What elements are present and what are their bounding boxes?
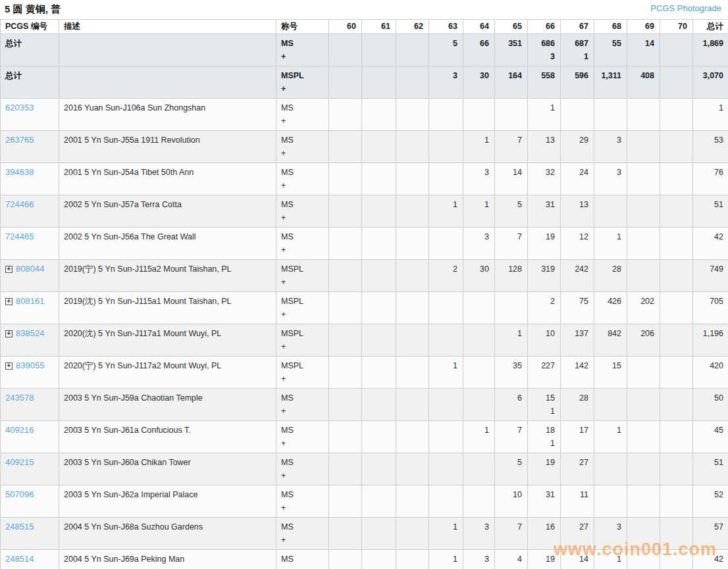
grade-cell (329, 324, 362, 357)
description-cell: 2020(宁) 5 Yn Sun-J117a2 Mount Wuyi, PL (59, 357, 276, 389)
pcgs-number-link[interactable]: 808044 (16, 264, 44, 274)
grade-cell (362, 195, 396, 228)
pcgs-number-link[interactable]: 808161 (16, 296, 44, 306)
table-row: 4092162003 5 Yn Sun-J61a Confucious T.MS… (1, 421, 728, 453)
table-row: +8080442019(宁) 5 Yn Sun-J115a2 Mount Tai… (1, 260, 728, 292)
designation-cell: MS + (276, 195, 329, 228)
grade-cell (329, 34, 362, 66)
grade-cell: 3 (463, 550, 495, 569)
total-cell: 1,196 (693, 324, 728, 357)
description-cell: 2002 5 Yn Sun-J57a Terra Cotta (59, 195, 276, 228)
column-header-1: 描述 (59, 20, 276, 34)
grade-cell: 5 (429, 34, 463, 66)
pcgs-number-link[interactable]: 248515 (5, 522, 34, 532)
grade-cell: 13 (561, 195, 594, 228)
pcgs-number-link[interactable]: 838524 (16, 328, 44, 338)
grade-cell (660, 195, 693, 228)
grade-cell: 55 (594, 34, 627, 66)
pcgs-number-cell: 394638 (1, 163, 59, 195)
grade-cell: 11 (561, 485, 594, 518)
designation-cell: MSPL + (276, 292, 329, 324)
designation-cell: MS + (276, 163, 329, 195)
grade-cell: 30 (463, 66, 495, 99)
pcgs-number-cell: 409216 (1, 421, 59, 453)
column-header-0: PCGS 编号 (1, 20, 59, 34)
column-header-4: 61 (362, 20, 396, 34)
description-cell: 2001 5 Yn Sun-J54a Tibet 50th Ann (59, 163, 276, 195)
grade-cell: 202 (627, 292, 660, 324)
table-header-row: PCGS 编号描述称号6061626364656667686970总计 (1, 20, 728, 34)
table-row: +8385242020(沈) 5 Yn Sun-J117a1 Mount Wuy… (1, 324, 728, 357)
pcgs-number-cell: 248514 (1, 550, 59, 569)
grade-cell (463, 357, 495, 389)
expand-icon[interactable]: + (5, 298, 13, 305)
grade-cell (463, 485, 495, 518)
grade-cell (429, 99, 463, 131)
grade-cell: 15 1 (528, 389, 561, 421)
expand-icon[interactable]: + (5, 330, 13, 337)
grade-cell (429, 163, 463, 195)
pcgs-number-link[interactable]: 409215 (5, 457, 34, 467)
expand-icon[interactable]: + (5, 266, 13, 273)
grade-cell: 3 (594, 518, 627, 550)
pcgs-photograde-link[interactable]: PCGS Photograde (650, 3, 721, 14)
expand-icon[interactable]: + (5, 362, 13, 370)
grade-cell: 3 (594, 163, 627, 195)
pcgs-number-link[interactable]: 724465 (5, 232, 34, 241)
pcgs-number-link[interactable]: 248514 (5, 554, 34, 564)
grade-cell: 5 (495, 453, 528, 485)
pcgs-number-link[interactable]: 394638 (5, 167, 34, 177)
description-cell: 2004 5 Yn Sun-J69a Peking Man (59, 550, 276, 569)
total-cell: 420 (693, 357, 728, 389)
grade-cell (362, 66, 396, 99)
grade-cell: 7 (495, 518, 528, 550)
grade-cell (463, 99, 495, 131)
grade-cell: 142 (561, 357, 594, 389)
column-header-5: 62 (396, 20, 429, 34)
grade-cell: 28 (561, 389, 594, 421)
table-row: +8390552020(宁) 5 Yn Sun-J117a2 Mount Wuy… (1, 357, 728, 389)
grade-cell (627, 421, 660, 453)
pcgs-number-link[interactable]: 507096 (5, 489, 34, 499)
grade-cell: 2 (429, 260, 463, 292)
grade-cell (362, 34, 396, 66)
grade-cell (329, 485, 362, 518)
grade-cell (429, 485, 463, 518)
pcgs-number-link[interactable]: 243578 (5, 393, 34, 403)
pcgs-number-link[interactable]: 724466 (5, 199, 34, 209)
grade-cell (329, 453, 362, 485)
designation-cell: MS + (276, 421, 329, 453)
grade-cell (660, 131, 693, 163)
table-row: 2637652001 5 Yn Sun-J55a 1911 Revolution… (1, 131, 728, 163)
table-row: 7244652002 5 Yn Sun-J56a The Great WallM… (1, 228, 728, 260)
grade-cell (396, 131, 429, 163)
pcgs-number-cell: 263765 (1, 131, 59, 163)
grade-cell (463, 324, 495, 357)
column-header-13: 70 (660, 20, 693, 34)
grade-cell: 7 (495, 421, 528, 453)
description-cell: 2019(沈) 5 Yn Sun-J115a1 Mount Taishan, P… (59, 292, 276, 324)
grade-cell: 164 (495, 66, 528, 99)
grade-cell (329, 99, 362, 131)
top-bar: 5 圆 黄铜, 普 PCGS Photograde (0, 0, 728, 19)
description-cell: 2001 5 Yn Sun-J55a 1911 Revolution (59, 131, 276, 163)
grade-cell (396, 99, 429, 131)
pcgs-number-link[interactable]: 620353 (5, 103, 34, 112)
description-cell: 2003 5 Yn Sun-J60a Chikan Tower (59, 453, 276, 485)
grade-cell (362, 389, 396, 421)
designation-cell: MS + (276, 131, 329, 163)
grade-cell (329, 518, 362, 550)
grade-cell (627, 228, 660, 260)
grade-cell (429, 324, 463, 357)
grade-cell (660, 357, 693, 389)
pcgs-number-link[interactable]: 839055 (16, 360, 44, 370)
grade-cell (396, 389, 429, 421)
grade-cell: 28 (594, 260, 627, 292)
grade-cell (396, 228, 429, 260)
pcgs-number-cell: 724466 (1, 195, 59, 228)
description-cell: 2004 5 Yn Sun-J68a Suzhou Gardens (59, 518, 276, 550)
grade-cell: 1 (594, 421, 627, 453)
pcgs-number-link[interactable]: 263765 (5, 135, 34, 145)
column-header-8: 65 (495, 20, 528, 34)
pcgs-number-link[interactable]: 409216 (5, 425, 34, 435)
